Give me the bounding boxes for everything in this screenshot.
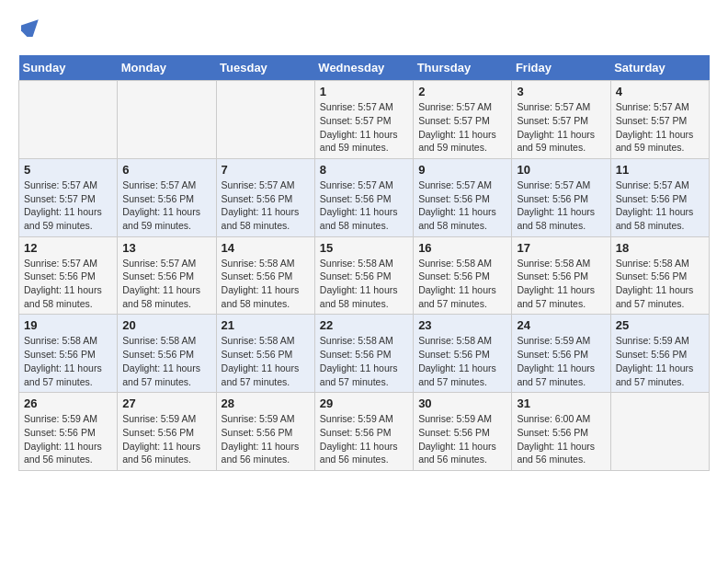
calendar-cell — [19, 81, 118, 159]
calendar-cell: 17Sunrise: 5:58 AM Sunset: 5:56 PM Dayli… — [512, 236, 610, 315]
calendar-cell: 8Sunrise: 5:57 AM Sunset: 5:56 PM Daylig… — [314, 158, 413, 236]
day-number: 30 — [418, 396, 506, 410]
day-info: Sunrise: 5:58 AM Sunset: 5:56 PM Dayligh… — [222, 257, 310, 311]
calendar-cell: 18Sunrise: 5:58 AM Sunset: 5:56 PM Dayli… — [610, 236, 709, 315]
day-number: 14 — [222, 241, 310, 255]
day-info: Sunrise: 5:57 AM Sunset: 5:56 PM Dayligh… — [616, 178, 704, 233]
calendar-header-cell: Sunday — [19, 55, 118, 81]
page-header — [18, 18, 710, 40]
day-info: Sunrise: 5:57 AM Sunset: 5:57 PM Dayligh… — [517, 100, 605, 155]
logo-icon — [21, 17, 41, 37]
svg-marker-0 — [21, 17, 41, 37]
day-info: Sunrise: 5:59 AM Sunset: 5:56 PM Dayligh… — [222, 412, 310, 466]
calendar-week-row: 19Sunrise: 5:58 AM Sunset: 5:56 PM Dayli… — [19, 315, 710, 393]
day-info: Sunrise: 5:57 AM Sunset: 5:56 PM Dayligh… — [320, 178, 408, 233]
day-number: 29 — [320, 396, 408, 410]
calendar-cell: 26Sunrise: 5:59 AM Sunset: 5:56 PM Dayli… — [19, 393, 118, 471]
day-info: Sunrise: 5:58 AM Sunset: 5:56 PM Dayligh… — [320, 257, 408, 311]
calendar-cell: 16Sunrise: 5:58 AM Sunset: 5:56 PM Dayli… — [414, 236, 512, 315]
calendar-cell: 1Sunrise: 5:57 AM Sunset: 5:57 PM Daylig… — [314, 81, 413, 159]
calendar-cell: 25Sunrise: 5:59 AM Sunset: 5:56 PM Dayli… — [610, 315, 709, 393]
day-number: 15 — [320, 241, 408, 255]
day-info: Sunrise: 5:59 AM Sunset: 5:56 PM Dayligh… — [122, 412, 210, 466]
calendar-cell: 31Sunrise: 6:00 AM Sunset: 5:56 PM Dayli… — [512, 393, 610, 471]
day-info: Sunrise: 5:59 AM Sunset: 5:56 PM Dayligh… — [320, 412, 408, 466]
day-info: Sunrise: 5:58 AM Sunset: 5:56 PM Dayligh… — [418, 334, 506, 388]
day-number: 4 — [616, 85, 704, 98]
day-info: Sunrise: 5:58 AM Sunset: 5:56 PM Dayligh… — [517, 257, 605, 311]
calendar-cell: 4Sunrise: 5:57 AM Sunset: 5:57 PM Daylig… — [610, 81, 709, 159]
calendar-cell: 14Sunrise: 5:58 AM Sunset: 5:56 PM Dayli… — [216, 236, 314, 315]
day-info: Sunrise: 5:58 AM Sunset: 5:56 PM Dayligh… — [320, 334, 408, 388]
calendar-cell: 3Sunrise: 5:57 AM Sunset: 5:57 PM Daylig… — [512, 81, 610, 159]
day-info: Sunrise: 5:59 AM Sunset: 5:56 PM Dayligh… — [517, 334, 605, 388]
calendar-cell — [216, 81, 314, 159]
calendar-week-row: 1Sunrise: 5:57 AM Sunset: 5:57 PM Daylig… — [19, 81, 710, 159]
day-number: 6 — [122, 163, 210, 177]
day-number: 21 — [222, 318, 310, 332]
day-number: 25 — [616, 318, 704, 332]
day-number: 19 — [24, 318, 112, 332]
calendar-cell: 11Sunrise: 5:57 AM Sunset: 5:56 PM Dayli… — [610, 158, 709, 236]
day-number: 8 — [320, 163, 408, 177]
day-number: 1 — [320, 85, 408, 98]
day-info: Sunrise: 5:57 AM Sunset: 5:56 PM Dayligh… — [222, 178, 310, 233]
day-info: Sunrise: 5:58 AM Sunset: 5:56 PM Dayligh… — [122, 334, 210, 388]
calendar-cell: 21Sunrise: 5:58 AM Sunset: 5:56 PM Dayli… — [216, 315, 314, 393]
day-number: 11 — [616, 163, 704, 177]
calendar-cell — [118, 81, 216, 159]
calendar-cell: 5Sunrise: 5:57 AM Sunset: 5:57 PM Daylig… — [19, 158, 118, 236]
day-number: 10 — [517, 163, 605, 177]
day-info: Sunrise: 5:57 AM Sunset: 5:56 PM Dayligh… — [24, 257, 112, 311]
day-info: Sunrise: 5:57 AM Sunset: 5:56 PM Dayligh… — [517, 178, 605, 233]
day-number: 20 — [122, 318, 210, 332]
calendar-cell: 20Sunrise: 5:58 AM Sunset: 5:56 PM Dayli… — [118, 315, 216, 393]
calendar-week-row: 12Sunrise: 5:57 AM Sunset: 5:56 PM Dayli… — [19, 236, 710, 315]
day-info: Sunrise: 5:57 AM Sunset: 5:56 PM Dayligh… — [418, 178, 506, 233]
calendar-header-cell: Monday — [118, 55, 216, 81]
day-info: Sunrise: 5:57 AM Sunset: 5:56 PM Dayligh… — [122, 178, 210, 233]
calendar-header-cell: Friday — [512, 55, 610, 81]
day-number: 3 — [517, 85, 605, 98]
calendar-cell: 2Sunrise: 5:57 AM Sunset: 5:57 PM Daylig… — [414, 81, 512, 159]
day-info: Sunrise: 5:58 AM Sunset: 5:56 PM Dayligh… — [616, 257, 704, 311]
calendar-cell: 23Sunrise: 5:58 AM Sunset: 5:56 PM Dayli… — [414, 315, 512, 393]
day-info: Sunrise: 5:57 AM Sunset: 5:57 PM Dayligh… — [418, 100, 506, 155]
day-info: Sunrise: 5:58 AM Sunset: 5:56 PM Dayligh… — [24, 334, 112, 388]
day-number: 28 — [222, 396, 310, 410]
day-info: Sunrise: 5:59 AM Sunset: 5:56 PM Dayligh… — [24, 412, 112, 466]
calendar-header-cell: Thursday — [414, 55, 512, 81]
day-info: Sunrise: 5:57 AM Sunset: 5:57 PM Dayligh… — [616, 100, 704, 155]
day-info: Sunrise: 5:57 AM Sunset: 5:57 PM Dayligh… — [320, 100, 408, 155]
calendar-week-row: 5Sunrise: 5:57 AM Sunset: 5:57 PM Daylig… — [19, 158, 710, 236]
day-number: 16 — [418, 241, 506, 255]
calendar-cell: 10Sunrise: 5:57 AM Sunset: 5:56 PM Dayli… — [512, 158, 610, 236]
day-number: 22 — [320, 318, 408, 332]
calendar-header-cell: Saturday — [610, 55, 709, 81]
calendar-cell: 28Sunrise: 5:59 AM Sunset: 5:56 PM Dayli… — [216, 393, 314, 471]
day-info: Sunrise: 5:59 AM Sunset: 5:56 PM Dayligh… — [616, 334, 704, 388]
calendar-cell: 12Sunrise: 5:57 AM Sunset: 5:56 PM Dayli… — [19, 236, 118, 315]
calendar-cell: 9Sunrise: 5:57 AM Sunset: 5:56 PM Daylig… — [414, 158, 512, 236]
logo — [18, 18, 41, 40]
calendar-cell: 27Sunrise: 5:59 AM Sunset: 5:56 PM Dayli… — [118, 393, 216, 471]
day-info: Sunrise: 5:57 AM Sunset: 5:56 PM Dayligh… — [122, 257, 210, 311]
calendar-header-row: SundayMondayTuesdayWednesdayThursdayFrid… — [19, 55, 710, 81]
day-number: 9 — [418, 163, 506, 177]
day-number: 7 — [222, 163, 310, 177]
day-number: 26 — [24, 396, 112, 410]
day-number: 5 — [24, 163, 112, 177]
day-number: 27 — [122, 396, 210, 410]
calendar-table: SundayMondayTuesdayWednesdayThursdayFrid… — [18, 55, 710, 471]
day-number: 2 — [418, 85, 506, 98]
calendar-cell: 13Sunrise: 5:57 AM Sunset: 5:56 PM Dayli… — [118, 236, 216, 315]
day-number: 23 — [418, 318, 506, 332]
calendar-cell: 22Sunrise: 5:58 AM Sunset: 5:56 PM Dayli… — [314, 315, 413, 393]
calendar-week-row: 26Sunrise: 5:59 AM Sunset: 5:56 PM Dayli… — [19, 393, 710, 471]
day-number: 24 — [517, 318, 605, 332]
calendar-cell: 29Sunrise: 5:59 AM Sunset: 5:56 PM Dayli… — [314, 393, 413, 471]
calendar-cell: 15Sunrise: 5:58 AM Sunset: 5:56 PM Dayli… — [314, 236, 413, 315]
day-number: 18 — [616, 241, 704, 255]
calendar-cell — [610, 393, 709, 471]
day-number: 12 — [24, 241, 112, 255]
